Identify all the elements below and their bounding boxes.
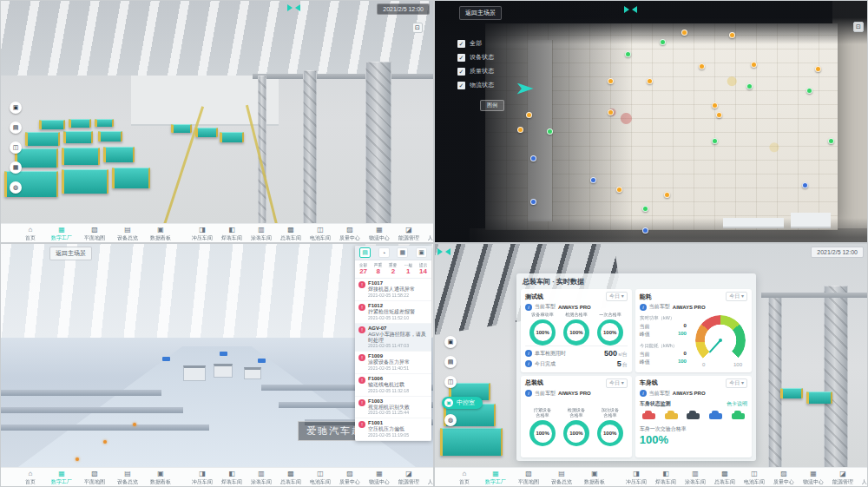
back-button[interactable]: 返回主场景 — [49, 247, 92, 260]
alarm-stat[interactable]: 提示 14 — [416, 262, 431, 275]
status-dot[interactable] — [530, 155, 536, 161]
alarm-list-item[interactable]: F1012 拧紧枪扭矩超差报警 2021-02-05 11:52:10 — [355, 301, 431, 324]
alarm-list-item[interactable]: F1017 焊接机器人通讯异常 2021-02-05 11:58:22 — [355, 279, 431, 301]
toolbar-item[interactable]: ◫ 电池车间 — [308, 227, 332, 240]
status-dot[interactable] — [802, 182, 808, 188]
viewpoint-button[interactable]: ◍ — [444, 414, 457, 426]
alarm-list-item[interactable]: F1009 涂胶设备压力异常 2021-02-05 11:40:51 — [355, 352, 431, 374]
expand-button[interactable]: ⊡ — [412, 23, 423, 33]
toolbar-item[interactable]: ▦ 物流中心 — [367, 227, 391, 240]
control-room-pill-button[interactable]: ▣ 中控室 — [442, 397, 483, 409]
car-status-icon[interactable] — [732, 413, 745, 419]
layer-row[interactable]: 物流状态 — [457, 81, 504, 89]
toolbar-item[interactable]: ▣ 数据看板 — [148, 471, 173, 484]
viewpoint-button[interactable]: ▦ — [10, 161, 22, 174]
toolbar-item[interactable]: ▨ 质量中心 — [338, 227, 362, 240]
toolbar-item[interactable]: ◨ 冲压车间 — [190, 471, 214, 484]
period-select[interactable]: 今日 — [726, 378, 747, 388]
status-dot[interactable] — [526, 112, 532, 118]
alarm-stat[interactable]: 重要 2 — [385, 262, 400, 275]
viewpoint-button[interactable]: ▣ — [444, 336, 457, 348]
toolbar-item[interactable]: ◫ 电池车间 — [308, 471, 332, 484]
car-status-icon[interactable] — [642, 413, 655, 419]
toolbar-item[interactable]: ◧ 焊装车间 — [654, 471, 678, 484]
car-status-icon[interactable] — [687, 413, 700, 419]
alarm-tab[interactable]: ▦ — [397, 247, 408, 258]
toolbar-item[interactable]: ▦ 物流中心 — [367, 471, 391, 484]
status-dot[interactable] — [530, 199, 536, 205]
status-dot[interactable] — [699, 63, 705, 69]
checkbox-icon[interactable] — [457, 40, 465, 48]
toolbar-item[interactable]: ▥ 涂装车间 — [249, 227, 273, 240]
car-status-icon[interactable] — [665, 413, 678, 419]
toolbar-item[interactable]: ◪ 能源管理 — [831, 471, 855, 484]
alarm-list-item[interactable]: F1003 视觉相机识别失败 2021-02-05 11:25:44 — [355, 397, 431, 419]
layer-row[interactable]: 质量状态 — [457, 67, 504, 76]
toolbar-item[interactable]: ▤ 设备总览 — [115, 227, 140, 240]
toolbar-item[interactable]: ▣ 数据看板 — [582, 471, 607, 484]
layer-row[interactable]: 设备状态 — [457, 53, 504, 62]
alarm-list-item[interactable]: F1006 输送线电机过载 2021-02-05 11:32:18 — [355, 374, 431, 397]
toolbar-item[interactable]: ◫ 电池车间 — [742, 471, 766, 484]
toolbar-item[interactable]: ⌂ 首页 — [20, 227, 41, 240]
status-dot[interactable] — [647, 78, 653, 84]
toolbar-item[interactable]: ▲ 人员定位 — [426, 227, 434, 240]
toolbar-item[interactable]: ▣ 数据看板 — [148, 227, 173, 240]
color-legend-link[interactable]: 色卡说明 — [727, 400, 747, 408]
viewpoint-button[interactable]: ▣ — [10, 102, 22, 114]
status-dot[interactable] — [751, 62, 757, 68]
period-select[interactable]: 今日 — [606, 292, 628, 301]
checkbox-icon[interactable] — [457, 54, 465, 62]
toolbar-item[interactable]: ▤ 设备总览 — [549, 471, 574, 484]
car-status-icon[interactable] — [709, 413, 722, 419]
toolbar-item[interactable]: ▥ 涂装车间 — [683, 471, 707, 484]
toolbar-item[interactable]: ▦ 物流中心 — [801, 471, 825, 484]
toolbar-item[interactable]: ▦ 数字工厂 — [483, 471, 508, 484]
toolbar-item[interactable]: ⌂ 首页 — [454, 471, 475, 484]
viewpoint-button[interactable]: ◫ — [10, 141, 22, 154]
period-select[interactable]: 今日 — [606, 378, 628, 388]
alarm-tab[interactable]: ▣ — [416, 247, 427, 258]
checkbox-icon[interactable] — [457, 68, 465, 76]
alarm-stat[interactable]: 一般 1 — [401, 262, 416, 275]
checkbox-icon[interactable] — [457, 82, 465, 89]
status-dot[interactable] — [712, 102, 718, 109]
toolbar-item[interactable]: ◪ 能源管理 — [397, 227, 421, 240]
toolbar-item[interactable]: ▨ 质量中心 — [772, 471, 796, 484]
toolbar-item[interactable]: ◪ 能源管理 — [397, 471, 421, 484]
toolbar-item[interactable]: ▲ 人员定位 — [426, 471, 434, 484]
layer-row[interactable]: 全部 — [457, 39, 504, 48]
toolbar-item[interactable]: ◨ 冲压车间 — [190, 227, 214, 240]
status-dot[interactable] — [716, 112, 722, 118]
alarm-tab[interactable]: ◔ — [378, 247, 390, 258]
status-dot[interactable] — [729, 32, 735, 38]
toolbar-item[interactable]: ◧ 焊装车间 — [220, 471, 244, 484]
status-dot[interactable] — [746, 83, 753, 89]
toolbar-item[interactable]: ▧ 平面地图 — [82, 471, 107, 484]
viewpoint-button[interactable]: ▤ — [10, 122, 22, 134]
toolbar-item[interactable]: ▲ 人员定位 — [860, 471, 868, 484]
expand-button[interactable]: ⊡ — [853, 22, 864, 32]
toolbar-item[interactable]: ▧ 平面地图 — [82, 227, 107, 240]
toolbar-item[interactable]: ▨ 质量中心 — [338, 471, 362, 484]
toolbar-item[interactable]: ▩ 总装车间 — [279, 471, 303, 484]
toolbar-item[interactable]: ▥ 涂装车间 — [249, 471, 273, 484]
period-select[interactable]: 今日 — [726, 292, 747, 301]
status-dot[interactable] — [664, 192, 670, 198]
viewpoint-button[interactable]: ◍ — [10, 181, 22, 194]
legend-button[interactable]: 图例 — [480, 100, 504, 111]
alarm-tab[interactable]: ▤ — [359, 247, 371, 258]
viewpoint-button[interactable]: ◫ — [444, 376, 457, 388]
toolbar-item[interactable]: ◨ 冲压车间 — [624, 471, 648, 484]
toolbar-item[interactable]: ▧ 平面地图 — [516, 471, 541, 484]
status-dot[interactable] — [517, 127, 523, 133]
alarm-stat[interactable]: 严重 8 — [371, 262, 385, 275]
alarm-list-item[interactable]: F1001 空压机压力偏低 2021-02-05 11:19:05 — [355, 418, 431, 441]
alarm-list-item[interactable]: AGV-07 AGV小车路径阻塞，请及时处理 2021-02-05 11:47:… — [355, 324, 431, 352]
viewpoint-button[interactable]: ▤ — [444, 356, 457, 368]
toolbar-item[interactable]: ◧ 焊装车间 — [220, 227, 244, 240]
toolbar-item[interactable]: ▦ 数字工厂 — [49, 227, 74, 240]
toolbar-item[interactable]: ▩ 总装车间 — [279, 227, 303, 240]
alarm-stat[interactable]: 全部 27 — [356, 262, 371, 275]
toolbar-item[interactable]: ▩ 总装车间 — [713, 471, 737, 484]
